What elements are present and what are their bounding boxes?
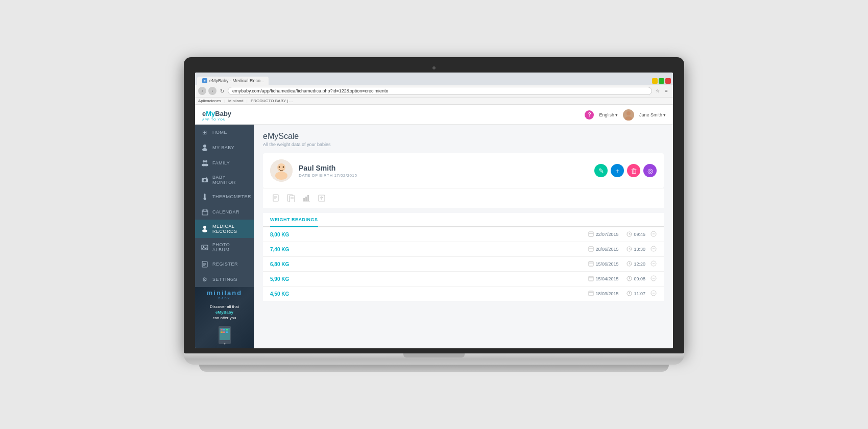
baby-info: Paul Smith DATE OF BIRTH 17/02/2015 [299, 164, 357, 178]
bookmark-aplicaciones[interactable]: Aplicaciones [198, 99, 221, 103]
sidebar-item-settings[interactable]: ⚙ SETTINGS [195, 272, 254, 287]
weight-time-0: 09:45 [626, 231, 645, 238]
sidebar-label-medical-records: MEDICAL RECORDS [212, 224, 248, 234]
sidebar-label-register: REGISTER [212, 261, 238, 267]
weight-date-3: 15/04/2015 [588, 276, 618, 282]
forward-btn[interactable]: › [208, 87, 216, 95]
tab-weight-readings[interactable]: WEIGHT READINGS [270, 213, 318, 227]
svg-rect-80 [589, 276, 593, 281]
bookmarks-bar: Aplicaciones | Miniland | PRODUCTO BABY … [195, 98, 673, 105]
miniland-sub: BABY [207, 297, 242, 300]
photo-icon [201, 244, 208, 251]
add-button[interactable]: + [611, 164, 624, 177]
svg-rect-32 [226, 331, 228, 333]
svg-point-3 [202, 148, 207, 151]
address-bar[interactable]: emybaby.com/app/fichamedica/fichamedica.… [228, 87, 652, 95]
topnav-right: ? English ▾ Jane Smith ▾ [585, 109, 666, 121]
sidebar-label-photo-album: PHOTO ALBUM [212, 242, 248, 252]
camera [432, 66, 436, 69]
svg-line-68 [630, 249, 631, 249]
svg-rect-71 [589, 261, 593, 266]
doc-icon-2[interactable] [285, 193, 297, 204]
bookmark-miniland[interactable]: Miniland [228, 99, 244, 103]
weight-time-3: 09:08 [626, 276, 645, 282]
sidebar-item-register[interactable]: REGISTER [195, 256, 254, 272]
weight-date-1: 28/06/2015 [588, 246, 618, 253]
main-content: eMyScale All the weight data of your bab… [254, 125, 673, 348]
cal-icon-2 [588, 261, 594, 268]
cal-icon-1 [588, 246, 594, 253]
profile-section: Paul Smith DATE OF BIRTH 17/02/2015 ✎ [263, 153, 664, 188]
svg-point-33 [224, 343, 225, 345]
help-button[interactable]: ? [585, 110, 594, 120]
svg-rect-28 [223, 329, 225, 330]
browser-tabs: e eMyBaby - Medical Reco... ✕ [195, 73, 673, 85]
svg-point-18 [202, 229, 207, 232]
weight-date-0: 22/07/2015 [588, 231, 618, 238]
row-action-1[interactable] [650, 246, 657, 253]
sidebar-label-settings: SETTINGS [212, 277, 237, 282]
weight-value-1[interactable]: 7,40 KG [270, 247, 588, 252]
sidebar-item-photo-album[interactable]: PHOTO ALBUM [195, 238, 254, 256]
icons-row [263, 188, 664, 208]
weight-value-4[interactable]: 4,50 KG [270, 291, 588, 297]
sidebar-item-my-baby[interactable]: MY BABY [195, 140, 254, 155]
edit-button[interactable]: ✎ [594, 164, 608, 177]
active-tab[interactable]: e eMyBaby - Medical Reco... ✕ [197, 77, 269, 85]
sidebar-banner: miniland BABY Discover all that eMyBaby … [195, 287, 254, 348]
maximize-btn[interactable] [659, 78, 664, 84]
svg-rect-89 [589, 291, 593, 296]
weight-time-2: 12:20 [626, 261, 645, 268]
svg-rect-19 [202, 245, 208, 250]
sidebar-nav: ⊞ HOME MY BABY [195, 125, 254, 287]
svg-point-5 [205, 160, 207, 162]
weight-row-4: 4,50 KG 18/03/2015 [263, 287, 664, 301]
language-selector[interactable]: English ▾ [599, 112, 618, 117]
sidebar-item-medical-records[interactable]: MEDICAL RECORDS [195, 220, 254, 238]
svg-line-77 [630, 264, 631, 264]
banner-text: Discover all that eMyBaby can offer you [210, 304, 239, 321]
doc-icon-1[interactable] [270, 193, 281, 204]
calendar-icon [201, 208, 208, 216]
share-button[interactable]: ◎ [643, 164, 657, 177]
sidebar-item-family[interactable]: FAMILY [195, 155, 254, 171]
chart-icon[interactable] [301, 193, 312, 204]
clock-icon-2 [626, 261, 632, 268]
user-name[interactable]: Jane Smith ▾ [639, 112, 666, 117]
svg-line-86 [630, 278, 631, 279]
refresh-btn[interactable]: ↻ [219, 87, 226, 94]
profile-actions: ✎ + 🗑 ◎ [594, 164, 657, 177]
weight-value-2[interactable]: 6,80 KG [270, 261, 588, 267]
back-btn[interactable]: ‹ [198, 87, 206, 95]
sidebar-item-calendar[interactable]: CALENDAR [195, 204, 254, 220]
cal-icon-4 [588, 291, 594, 297]
minimize-btn[interactable] [652, 78, 658, 84]
sidebar-item-thermometer[interactable]: THERMOMETER [195, 189, 254, 204]
laptop-screen: e eMyBaby - Medical Reco... ✕ ‹ › ↻ emyb… [195, 73, 673, 348]
delete-button[interactable]: 🗑 [627, 164, 640, 177]
row-action-3[interactable] [650, 275, 657, 282]
sidebar-item-home[interactable]: ⊞ HOME [195, 125, 254, 140]
row-action-2[interactable] [650, 260, 657, 268]
cal-icon-0 [588, 231, 594, 238]
sidebar-label-calendar: CALENDAR [212, 209, 239, 214]
sidebar-label-thermometer: THERMOMETER [212, 194, 251, 199]
weight-value-0[interactable]: 8,00 KG [270, 232, 588, 237]
laptop-shell: e eMyBaby - Medical Reco... ✕ ‹ › ↻ emyb… [184, 57, 684, 372]
user-dropdown-icon: ▾ [663, 112, 666, 117]
svg-rect-49 [307, 195, 309, 201]
clock-icon-1 [626, 246, 632, 253]
weight-date-2: 15/06/2015 [588, 261, 618, 268]
row-action-4[interactable] [650, 290, 657, 297]
export-icon[interactable] [316, 193, 327, 204]
weight-row-2: 6,80 KG 15/06/2015 [263, 257, 664, 272]
close-btn[interactable] [665, 78, 671, 84]
share-icon: ◎ [647, 167, 653, 175]
bookmark-icon[interactable]: ☆ [654, 87, 661, 94]
weight-value-3[interactable]: 5,90 KG [270, 276, 588, 282]
sidebar-item-baby-monitor[interactable]: BABY MONITOR [195, 171, 254, 189]
row-action-0[interactable] [650, 231, 657, 238]
tab-title: eMyBaby - Medical Reco... [209, 78, 264, 83]
menu-icon[interactable]: ≡ [663, 87, 670, 94]
bookmark-producto[interactable]: PRODUCTO BABY | ... [251, 99, 293, 103]
